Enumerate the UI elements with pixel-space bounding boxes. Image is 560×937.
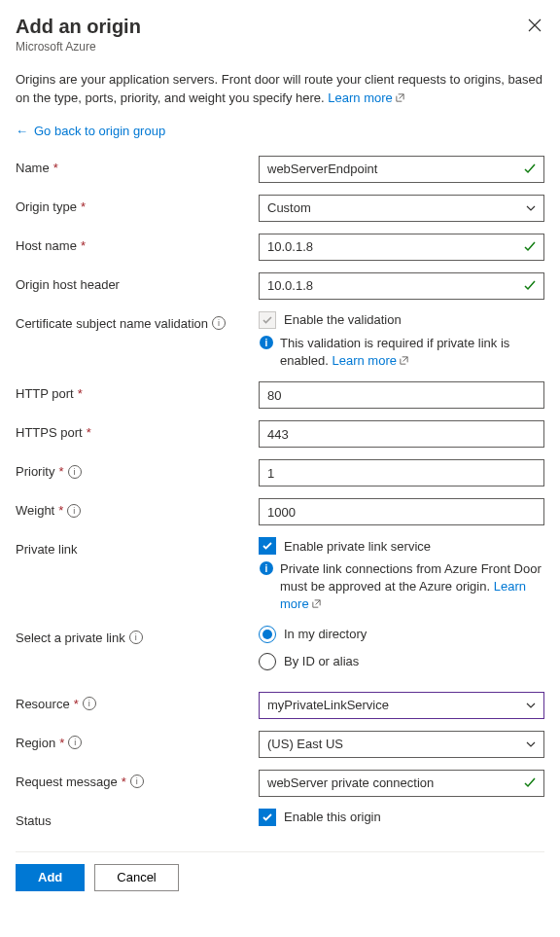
close-icon[interactable] bbox=[527, 18, 542, 33]
https-port-input[interactable] bbox=[259, 420, 544, 448]
back-link[interactable]: ←Go back to origin group bbox=[16, 124, 165, 138]
host-name-input[interactable] bbox=[259, 234, 544, 261]
priority-label: Priority bbox=[16, 464, 54, 479]
request-message-label: Request message bbox=[16, 775, 118, 789]
host-name-label: Host name bbox=[16, 238, 77, 253]
info-icon[interactable]: i bbox=[83, 697, 96, 710]
http-port-label: HTTP port bbox=[16, 386, 74, 401]
origin-host-header-label: Origin host header bbox=[16, 277, 120, 292]
enable-private-link-text: Enable private link service bbox=[284, 539, 431, 554]
region-select[interactable]: (US) East US bbox=[259, 731, 544, 758]
enable-validation-text: Enable the validation bbox=[284, 312, 402, 327]
name-input[interactable] bbox=[259, 156, 544, 183]
info-icon: i bbox=[259, 335, 274, 350]
enable-origin-checkbox[interactable] bbox=[259, 809, 276, 826]
svg-text:i: i bbox=[265, 563, 268, 574]
private-link-label: Private link bbox=[16, 542, 78, 557]
arrow-left-icon: ← bbox=[16, 124, 28, 138]
http-port-input[interactable] bbox=[259, 381, 544, 409]
in-directory-label: In my directory bbox=[284, 627, 367, 641]
in-directory-radio[interactable] bbox=[259, 626, 276, 643]
info-icon[interactable]: i bbox=[67, 504, 81, 518]
weight-label: Weight bbox=[16, 503, 54, 518]
priority-input[interactable] bbox=[259, 459, 544, 487]
region-label: Region bbox=[16, 736, 55, 750]
info-icon[interactable]: i bbox=[129, 631, 143, 644]
select-private-link-label: Select a private link bbox=[16, 631, 125, 645]
page-subtitle: Microsoft Azure bbox=[16, 40, 544, 54]
info-icon[interactable]: i bbox=[68, 736, 82, 749]
enable-validation-checkbox bbox=[259, 311, 276, 329]
info-icon[interactable]: i bbox=[212, 316, 226, 330]
learn-more-link[interactable]: Learn more bbox=[332, 353, 409, 368]
info-icon[interactable]: i bbox=[68, 465, 82, 479]
add-button[interactable]: Add bbox=[16, 864, 85, 891]
resource-label: Resource bbox=[16, 697, 70, 711]
by-id-label: By ID or alias bbox=[284, 654, 359, 668]
enable-origin-text: Enable this origin bbox=[284, 810, 381, 824]
cancel-button[interactable]: Cancel bbox=[94, 864, 178, 891]
request-message-input[interactable] bbox=[259, 770, 544, 797]
name-label: Name bbox=[16, 161, 50, 175]
info-icon[interactable]: i bbox=[130, 775, 144, 788]
weight-input[interactable] bbox=[259, 498, 544, 525]
description: Origins are your application servers. Fr… bbox=[16, 71, 544, 108]
info-icon: i bbox=[259, 560, 274, 576]
external-link-icon bbox=[399, 355, 409, 366]
by-id-radio[interactable] bbox=[259, 653, 276, 670]
https-port-label: HTTPS port bbox=[16, 425, 83, 440]
origin-type-label: Origin type bbox=[16, 199, 77, 214]
learn-more-link[interactable]: Learn more bbox=[328, 90, 404, 105]
origin-host-header-input[interactable] bbox=[259, 272, 544, 300]
resource-select[interactable]: myPrivateLinkService bbox=[259, 692, 544, 719]
external-link-icon bbox=[395, 92, 405, 103]
enable-private-link-checkbox[interactable] bbox=[259, 537, 276, 555]
svg-text:i: i bbox=[265, 337, 268, 347]
origin-type-select[interactable]: Custom bbox=[259, 195, 544, 222]
page-title: Add an origin bbox=[16, 16, 544, 38]
cert-validation-label: Certificate subject name validation bbox=[16, 316, 208, 331]
external-link-icon bbox=[311, 598, 322, 609]
status-label: Status bbox=[16, 813, 52, 828]
